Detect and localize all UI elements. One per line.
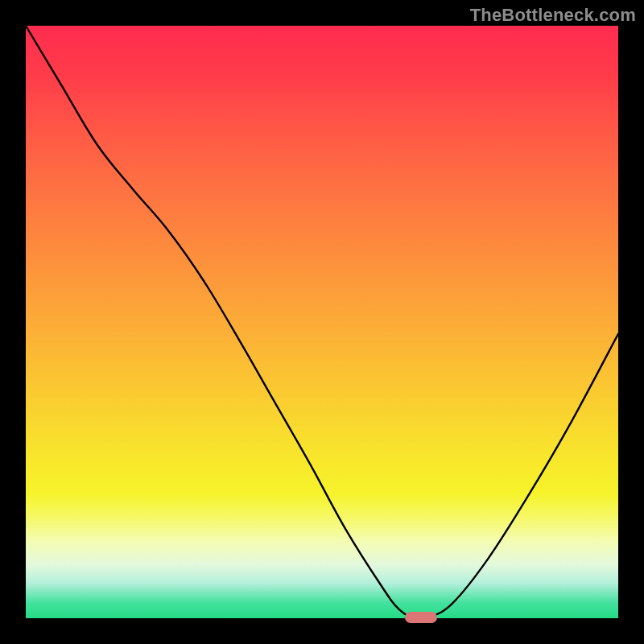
bottleneck-curve	[26, 26, 618, 618]
watermark-text: TheBottleneck.com	[470, 5, 636, 26]
optimal-marker	[405, 612, 437, 623]
